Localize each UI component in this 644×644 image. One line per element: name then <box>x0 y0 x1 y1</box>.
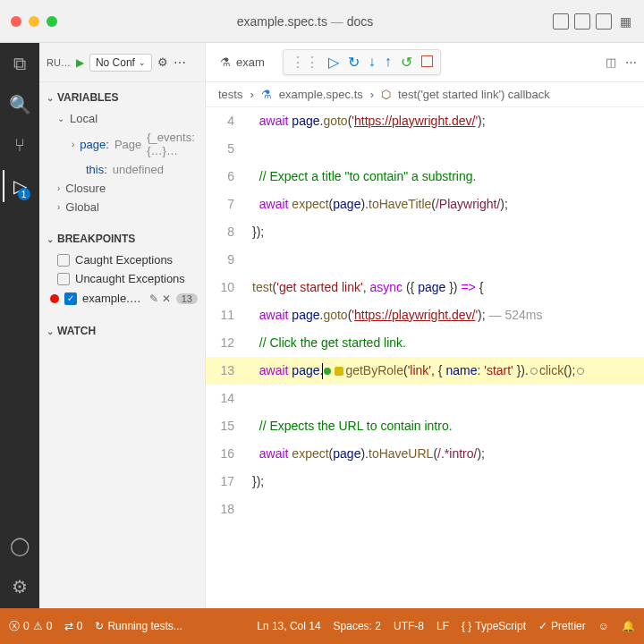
test-file-icon: ⚗ <box>220 55 231 69</box>
editor-more-icon[interactable]: ⋯ <box>625 55 637 69</box>
variables-section-header[interactable]: ⌄VARIABLES <box>39 88 205 107</box>
window-title: example.spec.ts — docs <box>57 14 553 29</box>
breakpoint-item[interactable]: ✓ example.s… ✎✕ 13 <box>39 288 205 309</box>
debug-toolbar: ⋮⋮ ▷ ↻ ↓ ↑ ↺ <box>283 49 441 75</box>
stop-icon[interactable] <box>421 55 433 67</box>
scope-local[interactable]: ⌄Local <box>39 109 205 128</box>
layout-controls: ▦ <box>553 13 633 30</box>
editor-area: ⚗exam ⋮⋮ ▷ ↻ ↓ ↑ ↺ ◫ ⋯ tests› ⚗example.s… <box>206 43 644 608</box>
remove-breakpoint-icon[interactable]: ✕ <box>162 292 171 305</box>
status-running[interactable]: ↻ Running tests... <box>95 620 182 632</box>
run-label: RU… <box>47 57 71 68</box>
breakpoint-indicator-icon <box>50 294 59 303</box>
status-language[interactable]: { } TypeScript <box>462 620 526 632</box>
restart-icon[interactable]: ↺ <box>401 54 412 71</box>
maximize-window[interactable] <box>47 16 57 27</box>
status-bar: ⓧ 0 ⚠ 0 ⇄ 0 ↻ Running tests... Ln 13, Co… <box>0 608 644 644</box>
status-encoding[interactable]: UTF-8 <box>394 620 424 632</box>
search-icon[interactable]: 🔍 <box>9 94 31 115</box>
watch-section-header[interactable]: ⌄WATCH <box>39 321 205 341</box>
toggle-primary-sidebar-icon[interactable] <box>553 13 569 30</box>
editor-tabbar: ⚗exam ⋮⋮ ▷ ↻ ↓ ↑ ↺ ◫ ⋯ <box>206 43 644 82</box>
var-this: this: undefined <box>39 160 205 179</box>
debug-sidebar: RU… ▶ No Conf⌄ ⚙ ⋯ ⌄VARIABLES ⌄Local ›pa… <box>39 43 206 608</box>
status-indent[interactable]: Spaces: 2 <box>334 620 381 632</box>
breadcrumb[interactable]: tests› ⚗example.spec.ts› ⬡test('get star… <box>206 82 644 107</box>
caught-exceptions-toggle[interactable]: Caught Exceptions <box>39 250 205 269</box>
breakpoints-section-header[interactable]: ⌄BREAKPOINTS <box>39 229 205 249</box>
status-prettier[interactable]: ✓ Prettier <box>538 620 586 632</box>
customize-layout-icon[interactable]: ▦ <box>617 13 633 30</box>
status-port[interactable]: ⇄ 0 <box>64 620 82 632</box>
accounts-icon[interactable]: ◯ <box>10 535 30 556</box>
split-editor-icon[interactable]: ◫ <box>606 55 616 69</box>
status-bell-icon[interactable]: 🔔 <box>622 620 635 632</box>
step-into-icon[interactable]: ↓ <box>369 54 376 71</box>
activity-bar: ⧉ 🔍 ⑂ ▷1 ◯ ⚙ <box>0 43 39 608</box>
explorer-icon[interactable]: ⧉ <box>13 54 26 74</box>
continue-icon[interactable]: ▷ <box>328 54 339 71</box>
edit-breakpoint-icon[interactable]: ✎ <box>149 292 158 305</box>
status-feedback-icon[interactable]: ☺ <box>598 620 609 632</box>
debug-settings-icon[interactable]: ⚙ <box>157 55 168 69</box>
close-window[interactable] <box>11 16 21 27</box>
status-cursor-pos[interactable]: Ln 13, Col 14 <box>257 620 320 632</box>
minimize-window[interactable] <box>29 16 39 27</box>
source-control-icon[interactable]: ⑂ <box>14 135 25 156</box>
toggle-panel-icon[interactable] <box>574 13 590 30</box>
status-eol[interactable]: LF <box>436 620 449 632</box>
step-over-icon[interactable]: ↻ <box>348 54 360 71</box>
titlebar: example.spec.ts — docs ▦ <box>0 0 644 43</box>
toggle-secondary-sidebar-icon[interactable] <box>596 13 612 30</box>
code-editor[interactable]: 4 await page.goto('https://playwright.de… <box>206 107 644 523</box>
editor-tab[interactable]: ⚗exam <box>213 52 272 72</box>
scope-global[interactable]: ›Global <box>39 198 205 216</box>
drag-handle-icon[interactable]: ⋮⋮ <box>291 54 319 71</box>
window-controls <box>11 16 57 27</box>
breakpoint-enabled-checkbox[interactable]: ✓ <box>64 292 77 305</box>
run-debug-icon[interactable]: ▷1 <box>13 175 27 197</box>
step-out-icon[interactable]: ↑ <box>385 54 392 71</box>
scope-closure[interactable]: ›Closure <box>39 179 205 198</box>
status-errors[interactable]: ⓧ 0 ⚠ 0 <box>9 619 52 634</box>
start-debug-icon[interactable]: ▶ <box>76 56 84 69</box>
settings-gear-icon[interactable]: ⚙ <box>12 576 28 597</box>
var-page[interactable]: ›page: Page {_events: {…}… <box>39 128 205 160</box>
debug-config-dropdown[interactable]: No Conf⌄ <box>89 54 152 72</box>
breakpoint-line-badge: 13 <box>176 293 198 304</box>
uncaught-exceptions-toggle[interactable]: Uncaught Exceptions <box>39 269 205 288</box>
debug-more-icon[interactable]: ⋯ <box>174 55 186 70</box>
